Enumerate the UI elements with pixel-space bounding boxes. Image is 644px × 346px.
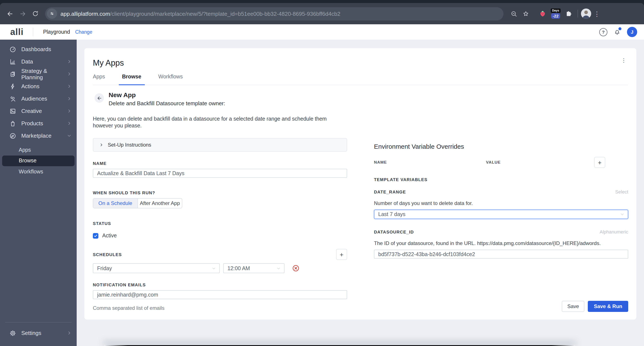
browser-back-button[interactable] [4,7,16,20]
zoom-out-icon[interactable] [508,8,520,20]
sidebar-divider [5,322,72,322]
tab-browse[interactable]: Browse [122,74,141,85]
date-range-type-hint: Select [615,189,628,194]
sidebar-item-label: Actions [21,83,67,90]
save-button[interactable]: Save [562,301,584,312]
sidebar-item-label: Creative [21,108,67,114]
days-extension-label: Days [551,9,560,13]
notification-dot [618,27,622,31]
tab-workflows[interactable]: Workflows [158,74,183,85]
screen: app.alliplatform.com/client/playground/m… [0,0,644,346]
app-config-column: New App Delete and Backfill Datasource t… [93,89,347,311]
compass-icon [9,132,16,139]
date-range-select[interactable]: Last 7 days [374,210,628,219]
chevron-right-icon [67,84,72,89]
header-divider [33,28,33,36]
template-owner-subtitle: Delete and Backfill Datasource template … [108,100,225,107]
sidebar-item-label: Marketplace [21,133,67,139]
app-header: alli Playground Change ? J [0,24,644,40]
tab-apps[interactable]: Apps [93,74,105,85]
chevron-down-icon [212,266,216,270]
chevron-down-icon [276,266,281,270]
chevron-right-icon [67,109,72,113]
sidebar-item-label: Settings [21,330,67,336]
workspace-name: Playground [43,29,70,35]
page-title: My Apps [93,58,124,68]
environment-column: Environment Variable Overrides NAME VALU… [374,89,628,259]
sidebar-item-products[interactable]: Products [0,117,77,130]
app-name-input[interactable] [93,169,347,178]
schedule-time-select[interactable]: 12:00 AM [223,263,284,273]
sidebar-item-actions[interactable]: Actions [0,80,77,93]
sidebar-subitem-workflows[interactable]: Workflows [0,166,77,177]
alli-logo[interactable]: alli [10,27,24,37]
browser-profile-avatar[interactable] [581,9,591,19]
datasource-type-hint: Alphanumeric [600,229,628,234]
sidebar-item-dashboards[interactable]: Dashboards [0,43,77,55]
toolbar-divider [578,10,578,18]
sidebar-item-strategy-planning[interactable]: Strategy & Planning [0,68,77,80]
help-icon[interactable]: ? [599,28,607,36]
chevron-right-icon [67,59,72,64]
lightning-icon [9,83,16,90]
active-checkbox[interactable] [93,233,98,238]
chevron-right-icon [67,331,72,335]
browser-menu-kebab-icon[interactable]: ⋮ [594,11,600,17]
run-schedule-label: WHEN SHOULD THIS RUN? [93,190,347,195]
save-and-run-button[interactable]: Save & Run [588,301,628,312]
change-workspace-link[interactable]: Change [75,30,92,35]
sidebar-item-label: Audiences [21,96,67,102]
sidebar-item-creative[interactable]: Creative [0,105,77,117]
schedule-day-select[interactable]: Friday [93,263,220,273]
url-domain: app.alliplatform.com [60,11,110,17]
date-range-description: Number of days you want to delete data f… [374,200,628,206]
url-path: /client/playground/marketplace/new/5/?te… [110,11,340,17]
sub-item-label: Browse [19,158,36,164]
date-range-label: DATE_RANGE [374,190,406,194]
sub-item-label: Workflows [19,169,43,175]
setup-instructions-accordion[interactable]: Set-Up Instructions [93,138,347,152]
remove-schedule-button[interactable] [292,265,300,272]
notification-emails-input[interactable] [93,290,347,299]
back-button[interactable] [94,93,104,103]
days-extension-badge[interactable]: Days -22 [550,9,561,19]
sidebar-item-data[interactable]: Data [0,55,77,68]
address-bar[interactable]: app.alliplatform.com/client/playground/m… [45,7,504,20]
tab-bar: Apps Browse Workflows [93,74,628,85]
strawberry-extension-icon[interactable] [537,8,548,20]
user-avatar[interactable]: J [627,27,637,37]
extensions-puzzle-icon[interactable] [563,8,574,20]
sidebar-subitem-browse[interactable]: Browse [2,155,74,166]
run-option-on-a-schedule[interactable]: On a Schedule [93,199,138,208]
sidebar-subitem-apps[interactable]: Apps [0,144,77,155]
dock-shadow [104,345,575,346]
chevron-down-icon [67,133,72,138]
schedules-label: SCHEDULES [93,252,122,257]
datasource-id-input[interactable] [374,250,628,259]
sidebar-item-audiences[interactable]: Audiences [0,93,77,105]
notifications-bell-icon[interactable] [613,28,621,36]
datasource-id-label: DATASOURCE_ID [374,230,414,234]
browser-reload-button[interactable] [29,7,42,20]
dashboard-gauge-icon [9,46,16,53]
run-option-after-another-app[interactable]: After Another App [138,199,182,208]
browser-chrome: app.alliplatform.com/client/playground/m… [0,0,644,24]
sidebar: Dashboards Data Strategy & Planning [0,40,77,346]
date-range-value: Last 7 days [378,211,620,217]
sidebar-item-settings[interactable]: Settings [0,327,77,339]
add-env-variable-button[interactable]: + [594,157,605,168]
sidebar-item-label: Strategy & Planning [21,68,67,80]
schedule-time-value: 12:00 AM [228,265,276,271]
bookmark-star-icon[interactable] [520,8,532,20]
browser-forward-button[interactable] [16,7,29,20]
add-schedule-button[interactable]: + [336,249,347,260]
shopping-bag-icon [9,120,16,127]
card-menu-kebab-icon[interactable]: ⋮ [621,58,626,63]
sidebar-item-marketplace[interactable]: Marketplace [0,130,77,142]
site-settings-icon[interactable] [47,9,57,19]
page-content: My Apps ⋮ Apps Browse Workflows New App … [77,40,644,346]
sidebar-item-label: Data [21,58,67,65]
people-icon [9,95,16,102]
sub-item-label: Apps [19,147,31,153]
env-name-column-header: NAME [374,160,387,164]
